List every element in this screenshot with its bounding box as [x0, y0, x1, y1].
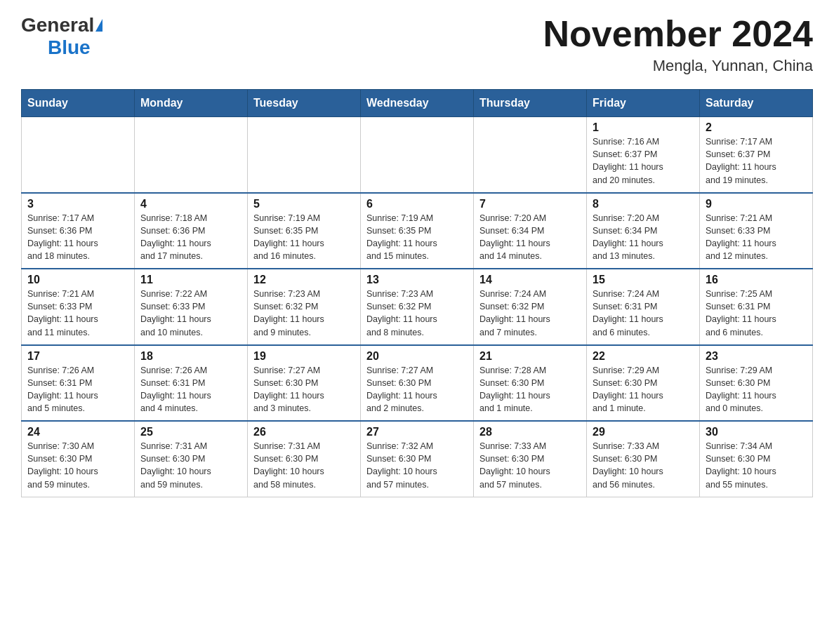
day-number: 17 [27, 350, 128, 363]
calendar-cell: 23Sunrise: 7:29 AM Sunset: 6:30 PM Dayli… [700, 345, 813, 422]
day-info: Sunrise: 7:19 AM Sunset: 6:35 PM Dayligh… [253, 212, 355, 263]
calendar-table: SundayMondayTuesdayWednesdayThursdayFrid… [21, 89, 813, 497]
calendar-cell [248, 117, 361, 193]
day-info: Sunrise: 7:29 AM Sunset: 6:30 PM Dayligh… [593, 364, 694, 415]
calendar-cell: 18Sunrise: 7:26 AM Sunset: 6:31 PM Dayli… [135, 345, 248, 422]
calendar-week-5: 24Sunrise: 7:30 AM Sunset: 6:30 PM Dayli… [22, 421, 813, 497]
day-info: Sunrise: 7:26 AM Sunset: 6:31 PM Dayligh… [140, 364, 241, 415]
logo: General Blue [21, 14, 102, 59]
day-number: 28 [479, 426, 581, 438]
logo-general-text: General [21, 14, 94, 36]
calendar-cell: 29Sunrise: 7:33 AM Sunset: 6:30 PM Dayli… [587, 421, 700, 497]
calendar-cell: 16Sunrise: 7:25 AM Sunset: 6:31 PM Dayli… [700, 269, 813, 345]
calendar-cell: 6Sunrise: 7:19 AM Sunset: 6:35 PM Daylig… [361, 193, 474, 269]
day-number: 13 [366, 274, 468, 286]
day-info: Sunrise: 7:32 AM Sunset: 6:30 PM Dayligh… [366, 440, 468, 491]
day-number: 18 [140, 350, 241, 363]
day-number: 9 [706, 198, 807, 210]
day-info: Sunrise: 7:34 AM Sunset: 6:30 PM Dayligh… [706, 440, 807, 491]
day-info: Sunrise: 7:17 AM Sunset: 6:37 PM Dayligh… [706, 135, 807, 187]
day-info: Sunrise: 7:26 AM Sunset: 6:31 PM Dayligh… [27, 364, 128, 415]
calendar-cell: 27Sunrise: 7:32 AM Sunset: 6:30 PM Dayli… [361, 421, 474, 497]
day-number: 24 [27, 426, 128, 438]
day-info: Sunrise: 7:20 AM Sunset: 6:34 PM Dayligh… [479, 212, 581, 263]
day-number: 23 [706, 350, 807, 363]
weekday-header-wednesday: Wednesday [361, 90, 474, 117]
calendar-week-1: 1Sunrise: 7:16 AM Sunset: 6:37 PM Daylig… [22, 117, 813, 193]
day-number: 26 [253, 426, 355, 438]
day-info: Sunrise: 7:21 AM Sunset: 6:33 PM Dayligh… [706, 212, 807, 263]
day-info: Sunrise: 7:23 AM Sunset: 6:32 PM Dayligh… [253, 288, 355, 339]
day-number: 4 [140, 198, 241, 210]
calendar-cell: 22Sunrise: 7:29 AM Sunset: 6:30 PM Dayli… [587, 345, 700, 422]
calendar-cell: 3Sunrise: 7:17 AM Sunset: 6:36 PM Daylig… [22, 193, 135, 269]
day-info: Sunrise: 7:28 AM Sunset: 6:30 PM Dayligh… [479, 364, 581, 415]
day-info: Sunrise: 7:31 AM Sunset: 6:30 PM Dayligh… [253, 440, 355, 491]
month-year-title: November 2024 [543, 14, 813, 54]
day-number: 12 [253, 274, 355, 286]
page-header: General Blue November 2024 Mengla, Yunna… [21, 14, 813, 75]
day-info: Sunrise: 7:18 AM Sunset: 6:36 PM Dayligh… [140, 212, 241, 263]
day-number: 27 [366, 426, 468, 438]
calendar-cell: 14Sunrise: 7:24 AM Sunset: 6:32 PM Dayli… [474, 269, 587, 345]
day-number: 2 [706, 121, 807, 134]
day-info: Sunrise: 7:27 AM Sunset: 6:30 PM Dayligh… [366, 364, 468, 415]
day-info: Sunrise: 7:31 AM Sunset: 6:30 PM Dayligh… [140, 440, 241, 491]
weekday-header-sunday: Sunday [22, 90, 135, 117]
day-info: Sunrise: 7:33 AM Sunset: 6:30 PM Dayligh… [479, 440, 581, 491]
calendar-week-2: 3Sunrise: 7:17 AM Sunset: 6:36 PM Daylig… [22, 193, 813, 269]
day-number: 7 [479, 198, 581, 210]
calendar-cell: 20Sunrise: 7:27 AM Sunset: 6:30 PM Dayli… [361, 345, 474, 422]
day-info: Sunrise: 7:24 AM Sunset: 6:32 PM Dayligh… [479, 288, 581, 339]
calendar-cell: 9Sunrise: 7:21 AM Sunset: 6:33 PM Daylig… [700, 193, 813, 269]
weekday-header-friday: Friday [587, 90, 700, 117]
day-number: 29 [593, 426, 694, 438]
day-info: Sunrise: 7:33 AM Sunset: 6:30 PM Dayligh… [593, 440, 694, 491]
day-number: 20 [366, 350, 468, 363]
day-number: 25 [140, 426, 241, 438]
weekday-header-row: SundayMondayTuesdayWednesdayThursdayFrid… [22, 90, 813, 117]
day-number: 8 [593, 198, 694, 210]
day-info: Sunrise: 7:16 AM Sunset: 6:37 PM Dayligh… [593, 135, 694, 187]
day-number: 21 [479, 350, 581, 363]
day-number: 14 [479, 274, 581, 286]
calendar-cell [22, 117, 135, 193]
calendar-cell: 28Sunrise: 7:33 AM Sunset: 6:30 PM Dayli… [474, 421, 587, 497]
calendar-cell: 1Sunrise: 7:16 AM Sunset: 6:37 PM Daylig… [587, 117, 700, 193]
day-number: 15 [593, 274, 694, 286]
day-info: Sunrise: 7:30 AM Sunset: 6:30 PM Dayligh… [27, 440, 128, 491]
day-number: 16 [706, 274, 807, 286]
day-number: 11 [140, 274, 241, 286]
day-info: Sunrise: 7:29 AM Sunset: 6:30 PM Dayligh… [706, 364, 807, 415]
day-info: Sunrise: 7:19 AM Sunset: 6:35 PM Dayligh… [366, 212, 468, 263]
day-info: Sunrise: 7:25 AM Sunset: 6:31 PM Dayligh… [706, 288, 807, 339]
day-info: Sunrise: 7:22 AM Sunset: 6:33 PM Dayligh… [140, 288, 241, 339]
calendar-cell: 25Sunrise: 7:31 AM Sunset: 6:30 PM Dayli… [135, 421, 248, 497]
calendar-cell: 30Sunrise: 7:34 AM Sunset: 6:30 PM Dayli… [700, 421, 813, 497]
weekday-header-monday: Monday [135, 90, 248, 117]
calendar-cell: 12Sunrise: 7:23 AM Sunset: 6:32 PM Dayli… [248, 269, 361, 345]
day-number: 30 [706, 426, 807, 438]
weekday-header-saturday: Saturday [700, 90, 813, 117]
day-info: Sunrise: 7:21 AM Sunset: 6:33 PM Dayligh… [27, 288, 128, 339]
day-number: 22 [593, 350, 694, 363]
location-subtitle: Mengla, Yunnan, China [543, 57, 813, 75]
calendar-cell [474, 117, 587, 193]
calendar-week-4: 17Sunrise: 7:26 AM Sunset: 6:31 PM Dayli… [22, 345, 813, 422]
logo-triangle-icon [95, 19, 102, 32]
day-number: 1 [593, 121, 694, 134]
calendar-cell: 21Sunrise: 7:28 AM Sunset: 6:30 PM Dayli… [474, 345, 587, 422]
calendar-cell: 24Sunrise: 7:30 AM Sunset: 6:30 PM Dayli… [22, 421, 135, 497]
calendar-cell: 10Sunrise: 7:21 AM Sunset: 6:33 PM Dayli… [22, 269, 135, 345]
day-number: 5 [253, 198, 355, 210]
calendar-cell: 26Sunrise: 7:31 AM Sunset: 6:30 PM Dayli… [248, 421, 361, 497]
weekday-header-thursday: Thursday [474, 90, 587, 117]
day-number: 3 [27, 198, 128, 210]
calendar-cell: 15Sunrise: 7:24 AM Sunset: 6:31 PM Dayli… [587, 269, 700, 345]
day-info: Sunrise: 7:24 AM Sunset: 6:31 PM Dayligh… [593, 288, 694, 339]
calendar-week-3: 10Sunrise: 7:21 AM Sunset: 6:33 PM Dayli… [22, 269, 813, 345]
day-info: Sunrise: 7:20 AM Sunset: 6:34 PM Dayligh… [593, 212, 694, 263]
calendar-cell: 7Sunrise: 7:20 AM Sunset: 6:34 PM Daylig… [474, 193, 587, 269]
day-number: 6 [366, 198, 468, 210]
calendar-cell: 4Sunrise: 7:18 AM Sunset: 6:36 PM Daylig… [135, 193, 248, 269]
